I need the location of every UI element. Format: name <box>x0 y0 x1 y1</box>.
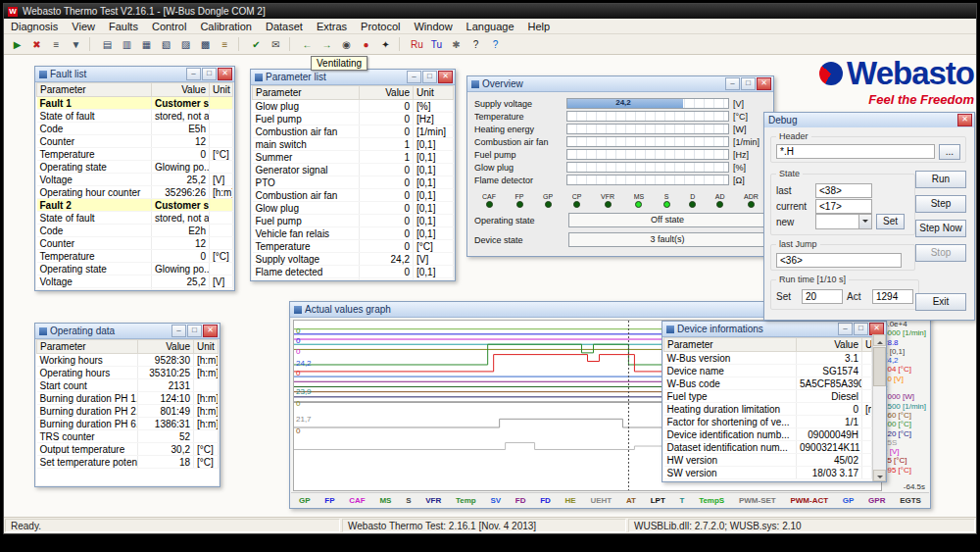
table-row[interactable]: Flame detector0[Ω] <box>253 278 454 280</box>
table-row[interactable]: W-Bus version3.1 <box>664 352 872 365</box>
forward-icon[interactable]: → <box>318 35 336 53</box>
table-row[interactable]: Burning duration PH 1...124:10[h:m] <box>37 392 219 405</box>
menu-item-faults[interactable]: Faults <box>102 21 145 32</box>
table-row[interactable]: Generator signal0[0,1] <box>253 164 454 176</box>
debug-titlebar[interactable]: Debug ✕ <box>764 113 974 128</box>
close-button[interactable]: ✕ <box>438 71 453 83</box>
menu-item-calibration[interactable]: Calibration <box>193 21 259 32</box>
table-row[interactable]: CodeE2h <box>37 225 233 237</box>
scroll-down-icon[interactable] <box>873 470 886 481</box>
table-row[interactable]: CodeE5h <box>37 123 233 135</box>
menu-item-dataset[interactable]: Dataset <box>259 21 310 32</box>
operating-data-titlebar[interactable]: Operating data – □ ✕ <box>35 324 220 339</box>
menu-item-help[interactable]: Help <box>521 21 558 32</box>
fault-list-titlebar[interactable]: Fault list – □ ✕ <box>35 67 234 82</box>
table-row[interactable]: Burning duration PH 6...1386:31[h:m] <box>37 418 219 430</box>
stop-diagnosis-icon[interactable]: ✖ <box>27 35 46 53</box>
close-button[interactable]: ✕ <box>757 77 771 90</box>
table-row[interactable]: Fuel typeDiesel <box>664 390 872 403</box>
back-icon[interactable]: ← <box>298 35 317 53</box>
menu-item-window[interactable]: Window <box>407 21 459 32</box>
maximize-button[interactable]: □ <box>187 325 202 337</box>
table-row[interactable]: Set temperature poten...18[°C] <box>37 456 219 469</box>
table-row[interactable]: Burning duration PH 2...801:49[h:m] <box>37 405 219 418</box>
window-fault-list-icon[interactable]: ▤ <box>98 35 117 53</box>
table-row[interactable]: Combustion air fan0[0,1] <box>253 189 454 202</box>
minimize-button[interactable]: – <box>838 323 853 335</box>
close-button[interactable]: ✕ <box>957 114 972 126</box>
table-row[interactable]: HW version45/02 <box>664 454 872 467</box>
window-parameter-list-icon[interactable]: ▥ <box>118 35 136 53</box>
table-row[interactable]: Counter12 <box>37 135 233 148</box>
table-row[interactable]: Glow plug0[0,1] <box>253 202 454 215</box>
table-row[interactable]: Start count2131 <box>37 379 219 392</box>
step-button[interactable]: Step <box>915 195 966 213</box>
exit-button[interactable]: Exit <box>915 293 966 311</box>
minimize-button[interactable]: – <box>725 77 740 90</box>
runtime-set-input[interactable]: 20 <box>802 289 843 304</box>
window-operating-data-icon[interactable]: ▧ <box>157 35 175 53</box>
table-row[interactable]: Operating stateGlowing po... <box>37 263 233 276</box>
table-row[interactable]: Fuel pump0[Hz] <box>253 113 454 125</box>
menu-item-control[interactable]: Control <box>145 21 193 32</box>
check-icon[interactable]: ✔ <box>247 35 266 53</box>
menu-item-extras[interactable]: Extras <box>310 21 354 32</box>
table-row[interactable]: Dataset identification num...09003214K11 <box>664 441 872 454</box>
context-help-icon[interactable]: ? <box>486 35 505 53</box>
hand-icon[interactable]: ✦ <box>376 35 395 53</box>
table-row[interactable]: Counter12 <box>37 237 233 250</box>
table-row[interactable]: TRS counter52 <box>37 430 219 443</box>
table-row[interactable]: Vehicle fan relais0[0,1] <box>253 227 454 240</box>
overview-titlebar[interactable]: Overview – □ ✕ <box>467 76 773 92</box>
table-row[interactable]: main switch1[0,1] <box>253 138 454 151</box>
parameter-list-titlebar[interactable]: Parameter list – □ ✕ <box>251 70 455 85</box>
table-row[interactable]: Temperature0[°C] <box>253 240 454 253</box>
table-row[interactable]: Temperature0[°C] <box>37 148 233 161</box>
table-row[interactable]: Device nameSG1574 <box>664 365 872 377</box>
table-row[interactable]: Supply voltage24,2[V] <box>253 253 454 266</box>
chevron-down-icon[interactable] <box>858 215 871 228</box>
table-row[interactable]: Combustion air fan0[1/min] <box>253 125 454 138</box>
maximize-button[interactable]: □ <box>854 323 868 335</box>
table-row[interactable]: SW version18/03 3.17 <box>664 467 872 479</box>
table-row[interactable]: Operating stateGlowing po... <box>37 161 233 174</box>
table-row[interactable]: W-Bus code5A5CF85A3900 <box>664 377 872 390</box>
device-info-titlebar[interactable]: Device informations – □ ✕ <box>662 322 886 337</box>
set-button[interactable]: Set <box>876 214 905 229</box>
table-row[interactable]: Heating duration limitation0[min] <box>664 403 872 416</box>
protocol-icon[interactable]: ≡ <box>216 35 234 53</box>
table-row[interactable]: Voltage25,2[V] <box>37 276 233 288</box>
scroll-thumb[interactable] <box>873 347 886 386</box>
step-now-button[interactable]: Step Now <box>915 220 966 237</box>
title-bar[interactable]: W Webasto Thermo Test V2.16.1 - [W-Bus D… <box>4 4 976 19</box>
minimize-button[interactable]: – <box>172 325 186 337</box>
device-info-scrollbar[interactable] <box>872 334 886 481</box>
run-button[interactable]: Run <box>915 171 966 188</box>
window-graph-icon[interactable]: ▨ <box>176 35 195 53</box>
minimize-button[interactable]: – <box>186 68 201 80</box>
table-row[interactable]: Fault 1Customer s... <box>37 97 233 110</box>
table-row[interactable]: Output temperature30,2[°C] <box>37 443 219 456</box>
menu-item-view[interactable]: View <box>65 21 102 32</box>
start-diagnosis-icon[interactable]: ▶ <box>8 35 26 53</box>
device-scan-icon[interactable]: ≡ <box>47 35 66 53</box>
table-row[interactable]: Operating hours35310:25[h:m] <box>37 367 219 379</box>
maximize-button[interactable]: □ <box>202 68 217 80</box>
scroll-up-icon[interactable] <box>873 334 886 346</box>
table-row[interactable]: Device identification numb...09000049H <box>664 428 872 441</box>
maximize-button[interactable]: □ <box>741 77 756 90</box>
table-row[interactable]: Flame detected0[0,1] <box>253 266 454 278</box>
table-row[interactable]: State of faultstored, not a... <box>37 110 233 123</box>
table-row[interactable]: Operating hour counter35296:26[h:m] <box>37 186 233 199</box>
menu-item-protocol[interactable]: Protocol <box>354 21 407 32</box>
browse-button[interactable]: ... <box>939 144 960 160</box>
table-row[interactable]: PTO0[0,1] <box>253 176 454 189</box>
ru-button-icon[interactable]: Ru <box>408 35 426 53</box>
table-row[interactable]: Temperature0[°C] <box>37 250 233 263</box>
search-icon[interactable]: ◉ <box>337 35 356 53</box>
filter-icon[interactable]: ▼ <box>67 35 85 53</box>
header-input[interactable]: *.H <box>776 144 935 159</box>
window-device-info-icon[interactable]: ▩ <box>196 35 215 53</box>
table-row[interactable]: Voltage25,2[V] <box>37 174 233 186</box>
table-row[interactable]: Glow plug0[%] <box>253 100 454 113</box>
